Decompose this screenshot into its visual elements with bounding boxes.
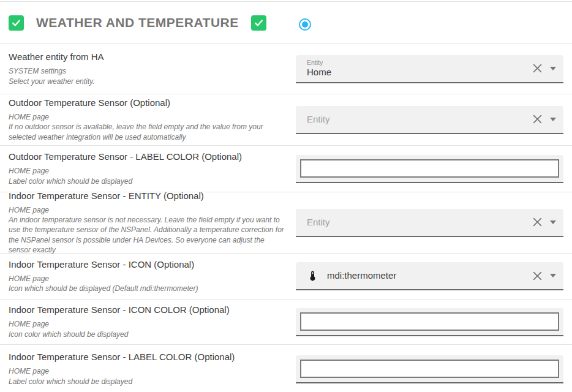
entity-select[interactable]: Entity	[296, 209, 563, 237]
row-control: Entity	[296, 209, 563, 237]
select-icons	[533, 271, 556, 281]
select-value: Home	[307, 67, 533, 78]
setting-row-indoor-entity: Indoor Temperature Sensor - ENTITY (Opti…	[0, 192, 572, 254]
select-icons	[533, 64, 556, 73]
row-control	[296, 355, 563, 383]
setting-title: Indoor Temperature Sensor - ICON (Option…	[9, 259, 285, 270]
clear-icon[interactable]	[533, 64, 542, 73]
select-icons	[533, 217, 556, 227]
row-info: Outdoor Temperature Sensor (Optional) HO…	[0, 97, 296, 142]
label-color-input[interactable]	[300, 360, 559, 378]
setting-title: Weather entity from HA	[9, 51, 285, 62]
settings-page: WEATHER AND TEMPERATURE Weather entity f…	[0, 0, 572, 392]
setting-row-indoor-label-color: Indoor Temperature Sensor - LABEL COLOR …	[0, 345, 572, 392]
section-title: WEATHER AND TEMPERATURE	[36, 15, 239, 30]
section-radio-button[interactable]	[299, 18, 311, 31]
setting-description: If no outdoor sensor is available, leave…	[9, 122, 285, 141]
select-content: mdi:thermometer	[307, 270, 533, 282]
setting-context: HOME page	[9, 319, 285, 329]
radio-dot	[302, 21, 308, 28]
setting-context: HOME page	[9, 366, 285, 376]
setting-title: Indoor Temperature Sensor - ICON COLOR (…	[9, 304, 285, 315]
thermometer-icon	[307, 270, 318, 282]
text-field-container	[296, 355, 563, 383]
setting-description: Label color which should be displayed	[9, 377, 285, 386]
row-control: Entity Home	[296, 55, 563, 83]
entity-select[interactable]: Entity Home	[296, 55, 563, 83]
setting-context: SYSTEM settings	[9, 66, 285, 76]
setting-row-weather-entity: Weather entity from HA SYSTEM settings S…	[0, 44, 572, 94]
setting-description: An indoor temperature sensor is not nece…	[9, 215, 285, 255]
select-value-row: mdi:thermometer	[307, 270, 533, 282]
setting-description: Icon color which should be displayed	[9, 330, 285, 339]
chevron-down-icon[interactable]	[550, 221, 556, 224]
chevron-down-icon[interactable]	[550, 274, 556, 277]
row-info: Indoor Temperature Sensor - ICON (Option…	[0, 259, 296, 293]
row-control: Entity	[296, 106, 563, 134]
select-icons	[533, 115, 556, 124]
setting-row-outdoor-sensor: Outdoor Temperature Sensor (Optional) HO…	[0, 94, 572, 146]
row-info: Outdoor Temperature Sensor - LABEL COLOR…	[0, 151, 296, 186]
clear-icon[interactable]	[533, 115, 542, 124]
select-placeholder: Entity	[307, 114, 533, 124]
setting-description: Label color which should be displayed	[9, 176, 285, 186]
select-floating-label: Entity	[307, 59, 533, 67]
setting-title: Indoor Temperature Sensor - ENTITY (Opti…	[9, 190, 285, 201]
entity-select[interactable]: Entity	[296, 106, 563, 134]
setting-context: HOME page	[9, 112, 285, 122]
setting-row-indoor-icon-color: Indoor Temperature Sensor - ICON COLOR (…	[0, 300, 572, 345]
row-info: Indoor Temperature Sensor - LABEL COLOR …	[0, 352, 296, 386]
label-color-input[interactable]	[300, 159, 559, 178]
row-info: Indoor Temperature Sensor - ICON COLOR (…	[0, 304, 296, 339]
setting-context: HOME page	[9, 274, 285, 284]
setting-description: Icon which should be displayed (Default …	[9, 284, 285, 293]
setting-title: Indoor Temperature Sensor - LABEL COLOR …	[9, 352, 285, 362]
row-control	[296, 155, 563, 183]
setting-title: Outdoor Temperature Sensor - LABEL COLOR…	[9, 151, 285, 162]
row-info: Weather entity from HA SYSTEM settings S…	[0, 51, 296, 86]
section-header: WEATHER AND TEMPERATURE	[0, 1, 572, 44]
text-field-container	[296, 308, 563, 336]
check-icon	[254, 18, 264, 28]
select-content: Entity	[307, 217, 533, 227]
clear-icon[interactable]	[533, 217, 542, 227]
setting-context: HOME page	[9, 166, 285, 176]
setting-context: HOME page	[9, 205, 285, 215]
icon-select[interactable]: mdi:thermometer	[296, 262, 563, 290]
select-content: Entity Home	[307, 59, 533, 78]
check-icon	[11, 18, 21, 28]
select-value: mdi:thermometer	[327, 270, 396, 282]
chevron-down-icon[interactable]	[550, 118, 556, 121]
row-control: mdi:thermometer	[296, 262, 563, 290]
text-field-container	[296, 155, 563, 183]
icon-color-input[interactable]	[300, 312, 559, 331]
setting-description: Select your weather entity.	[9, 77, 285, 86]
select-content: Entity	[307, 114, 533, 124]
row-info: Indoor Temperature Sensor - ENTITY (Opti…	[0, 190, 296, 255]
section-enabled-checkbox-right[interactable]	[251, 15, 266, 31]
clear-icon[interactable]	[533, 271, 542, 281]
select-placeholder: Entity	[307, 217, 533, 227]
row-control	[296, 308, 563, 336]
setting-row-outdoor-label-color: Outdoor Temperature Sensor - LABEL COLOR…	[0, 146, 572, 192]
section-enabled-checkbox-left[interactable]	[9, 15, 24, 31]
setting-title: Outdoor Temperature Sensor (Optional)	[9, 97, 285, 108]
setting-row-indoor-icon: Indoor Temperature Sensor - ICON (Option…	[0, 254, 572, 300]
chevron-down-icon[interactable]	[550, 67, 556, 70]
